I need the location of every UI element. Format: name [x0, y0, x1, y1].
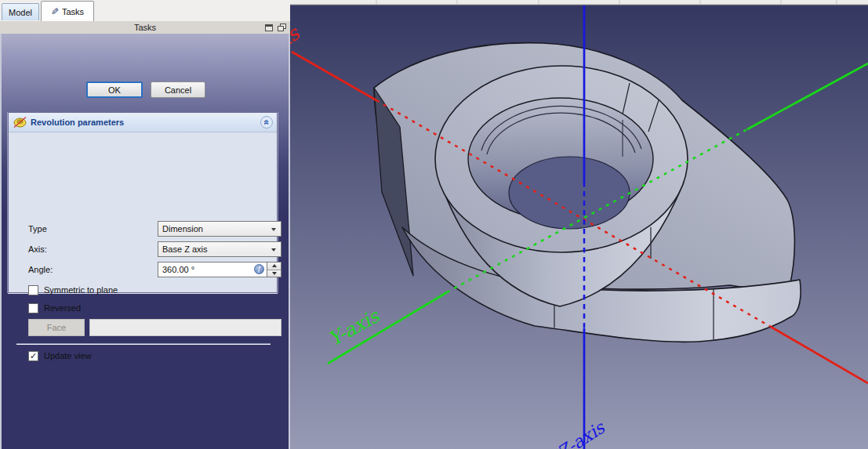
- angle-value: 360.00 °: [162, 265, 194, 274]
- tab-model-label: Model: [9, 8, 32, 17]
- spin-up-button[interactable]: [267, 263, 281, 270]
- revolve-icon: [13, 116, 27, 129]
- angle-input[interactable]: 360.00 ° ƒ: [158, 262, 281, 277]
- face-button-label: Face: [47, 323, 66, 332]
- tasks-titlebar: Tasks: [0, 21, 290, 34]
- axis-dropdown[interactable]: Base Z axis: [158, 241, 281, 257]
- reversed-label: Reversed: [44, 303, 81, 313]
- update-view-label: Update view: [44, 351, 92, 360]
- task-panel-body: OK Cancel Revolution parameters «: [0, 34, 290, 449]
- chevron-down-icon: [271, 248, 276, 252]
- ok-button[interactable]: OK: [86, 81, 143, 98]
- triangle-down-icon: [272, 272, 277, 275]
- dock-tab-bar: Model ✎ Tasks: [0, 0, 290, 22]
- face-button: Face: [28, 319, 85, 336]
- chevron-down-icon: [271, 228, 276, 231]
- tab-model[interactable]: Model: [2, 3, 39, 20]
- type-dropdown-value: Dimension: [162, 224, 203, 234]
- float-icon[interactable]: [278, 24, 286, 31]
- titlebar-buttons: [265, 24, 286, 31]
- pen-icon: ✎: [51, 7, 59, 16]
- tab-tasks-label: Tasks: [62, 7, 84, 16]
- axis-dropdown-value: Base Z axis: [162, 244, 207, 254]
- face-input: [89, 319, 281, 336]
- reversed-checkbox[interactable]: [28, 303, 38, 313]
- triangle-up-icon: [272, 264, 277, 267]
- toolbar-strip: [290, 0, 868, 5]
- dock-icon[interactable]: [265, 24, 273, 31]
- through-hole[interactable]: [509, 157, 630, 229]
- 3d-viewport[interactable]: X-axis Y-axis Z-axis: [290, 0, 868, 449]
- revolution-parameters-title: Revolution parameters: [31, 118, 124, 127]
- cancel-button-label: Cancel: [165, 85, 191, 95]
- freecad-window: Model ✎ Tasks Tasks OK Cancel: [0, 0, 868, 449]
- revolution-parameters-header[interactable]: Revolution parameters «: [9, 113, 277, 132]
- task-panel: Model ✎ Tasks Tasks OK Cancel: [0, 0, 290, 449]
- expression-fx-icon[interactable]: ƒ: [254, 264, 264, 274]
- type-label: Type: [28, 224, 47, 234]
- symmetric-checkbox[interactable]: [28, 285, 38, 295]
- tab-tasks[interactable]: ✎ Tasks: [41, 1, 94, 21]
- chevron-up-icon: «: [262, 120, 271, 125]
- angle-spinner: [267, 263, 281, 277]
- tasks-title: Tasks: [0, 23, 290, 32]
- spin-down-button[interactable]: [267, 270, 281, 277]
- separator: [16, 343, 271, 345]
- ok-button-label: OK: [108, 85, 121, 95]
- angle-label: Angle:: [28, 265, 53, 274]
- revolution-parameters-box: Revolution parameters « Type Dimension A…: [8, 112, 278, 293]
- update-view-checkbox[interactable]: ✓: [28, 351, 38, 361]
- check-icon: ✓: [30, 351, 37, 360]
- cancel-button[interactable]: Cancel: [151, 81, 205, 98]
- axis-label: Axis:: [28, 244, 47, 254]
- symmetric-label: Symmetric to plane: [44, 285, 118, 295]
- type-dropdown[interactable]: Dimension: [158, 221, 281, 237]
- collapse-button[interactable]: «: [260, 116, 273, 129]
